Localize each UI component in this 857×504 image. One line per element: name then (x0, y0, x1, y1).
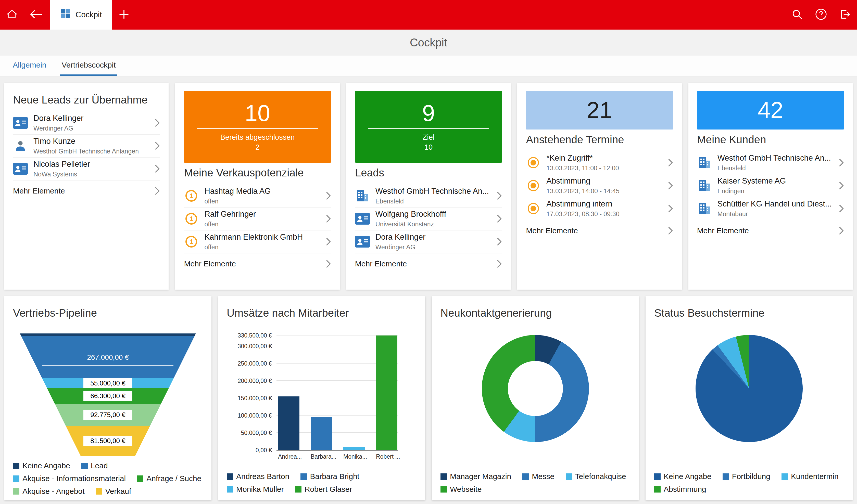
potential-state-icon: 1 (184, 236, 199, 247)
home-button[interactable] (0, 0, 24, 30)
list-item[interactable]: Abstimmung intern17.03.2023, 08:30 - 09:… (526, 197, 673, 220)
kpi-tile-verkaufspotenziale[interactable]: 10 Bereits abgeschlossen 2 (184, 91, 331, 163)
app-topbar: Cockpit (0, 0, 857, 30)
bar-chart: 330.500,00 €300.000,00 €250.000,00 €200.… (227, 336, 417, 460)
list-item[interactable]: Abstimmung13.03.2023, 14:00 - 14:45 (526, 174, 673, 197)
list-item[interactable]: Dora KellingerWerdinger AG (13, 112, 160, 135)
funnel-chart: 267.000,00 €55.000,00 €66.300,00 €92.775… (20, 333, 196, 456)
legend-swatch (301, 473, 307, 480)
tab-label: Cockpit (75, 10, 102, 19)
more-elements[interactable]: Mehr Elemente (697, 220, 844, 241)
list-item[interactable]: Kaiser Systeme AGEndingen (697, 174, 844, 197)
legend-item: Barbara Bright (301, 472, 359, 481)
more-elements[interactable]: Mehr Elemente (13, 180, 160, 202)
topbar-spacer (136, 0, 785, 30)
legend-item: Lead (81, 462, 108, 470)
more-elements-label: Mehr Elemente (184, 260, 236, 268)
legend-swatch (81, 463, 88, 469)
kpi-sub-label: Ziel (423, 132, 435, 142)
item-subtitle: Werdinger AG (33, 125, 149, 132)
kpi-sub-value: 2 (256, 142, 260, 152)
list-item[interactable]: Schüttler KG Handel und Diest...Montabau… (697, 197, 844, 220)
card-status-besuchstermine: Status Besuchstermine Keine AngabeFortbi… (645, 296, 853, 500)
svg-text:55.000,00 €: 55.000,00 € (90, 379, 125, 387)
legend-item: Fortbildung (723, 472, 770, 481)
item-subtitle: 13.03.2023, 14:00 - 14:45 (546, 187, 662, 195)
chevron-right-icon (668, 181, 673, 190)
logout-icon (839, 8, 851, 21)
help-button[interactable] (809, 0, 833, 30)
list-item[interactable]: Westhof GmbH Technische An...Ebensfeld (697, 152, 844, 174)
legend-item: Keine Angabe (13, 462, 70, 470)
more-elements[interactable]: Mehr Elemente (355, 254, 502, 274)
card-verkaufspotenziale: 10 Bereits abgeschlossen 2 Meine Verkaus… (175, 83, 339, 290)
legend-item: Andreas Barton (227, 472, 289, 481)
help-icon (815, 8, 827, 21)
list-item[interactable]: Dora KellingerWerdinger AG (355, 230, 502, 254)
legend-label: Akquise - Angebot (22, 487, 85, 496)
list-item[interactable]: *Kein Zugriff*13.03.2023, 11:00 - 12:00 (526, 152, 673, 174)
tab-vertriebscockpit[interactable]: Vertriebscockpit (60, 56, 117, 76)
legend-swatch (440, 486, 447, 492)
item-title: Kahrmann Elektronik GmbH (204, 232, 320, 242)
appointment-icon (526, 180, 541, 191)
open-tab-cockpit[interactable]: Cockpit (50, 0, 112, 30)
list-item[interactable]: 1Kahrmann Elektronik GmbHoffen (184, 230, 331, 254)
search-button[interactable] (785, 0, 809, 30)
y-axis-tick-label: 150.000,00 € (238, 395, 272, 401)
card-vertriebs-pipeline: Vertriebs-Pipeline 267.000,00 €55.000,00… (4, 296, 212, 500)
more-elements[interactable]: Mehr Elemente (184, 254, 331, 274)
tile-divider (197, 128, 318, 129)
legend-item: Abstimmung (654, 485, 706, 493)
list-item[interactable]: 1Hashtag Media AGoffen (184, 185, 331, 208)
chevron-right-icon (155, 165, 160, 173)
y-axis-tick-label: 50.000,00 € (241, 429, 272, 436)
chart-card-row: Vertriebs-Pipeline 267.000,00 €55.000,00… (0, 296, 857, 500)
logout-button[interactable] (833, 0, 857, 30)
chart-legend: Manager MagazinMesseTelefonakquiseWebsei… (440, 467, 630, 493)
legend-swatch (96, 488, 102, 494)
legend-item: Kundentermin (782, 472, 839, 481)
card-title: Leads (355, 167, 502, 179)
list-item[interactable]: Westhof GmbH Technische An...Ebensfeld (355, 185, 502, 208)
more-elements[interactable]: Mehr Elemente (526, 220, 673, 241)
more-elements-label: Mehr Elemente (526, 226, 578, 235)
kpi-tile-kunden[interactable]: 42 (697, 91, 844, 129)
y-axis-tick-label: 100.000,00 € (238, 412, 272, 419)
legend-swatch (566, 473, 572, 480)
card-list: *Kein Zugriff*13.03.2023, 11:00 - 12:00A… (526, 152, 673, 220)
add-tab-button[interactable] (112, 0, 136, 30)
legend-item: Messe (522, 472, 554, 481)
potential-state-icon: 1 (184, 190, 199, 202)
kpi-value: 21 (587, 98, 612, 122)
kpi-tile-leads[interactable]: 9 Ziel 10 (355, 91, 502, 163)
svg-text:267.000,00 €: 267.000,00 € (87, 353, 129, 361)
item-subtitle: Montabaur (718, 210, 833, 218)
legend-item: Akquise - Informationsmaterial (13, 474, 126, 483)
svg-text:66.300,00 €: 66.300,00 € (90, 392, 125, 400)
legend-swatch (440, 473, 447, 480)
list-item[interactable]: 1Ralf Gehringeroffen (184, 208, 331, 230)
kpi-tile-termine[interactable]: 21 (526, 91, 673, 129)
item-title: Dora Kellinger (375, 232, 491, 242)
chevron-right-icon (839, 159, 844, 167)
list-item[interactable]: Wolfgang BrockhofffUniversität Konstanz (355, 208, 502, 230)
svg-text:92.775,00 €: 92.775,00 € (90, 411, 125, 419)
item-title: Wolfgang Brockhofff (375, 210, 491, 219)
chevron-right-icon (497, 215, 502, 223)
y-axis-tick-label: 300.000,00 € (238, 343, 272, 349)
more-elements-label: Mehr Elemente (697, 226, 749, 235)
tab-allgemein[interactable]: Allgemein (11, 56, 48, 76)
item-title: Nicolas Pelletier (33, 160, 149, 169)
legend-label: Telefonakquise (575, 472, 626, 481)
kpi-value: 42 (758, 98, 783, 122)
chart-title: Status Besuchstermine (654, 307, 844, 319)
legend-swatch (13, 488, 19, 494)
company-icon (697, 156, 712, 169)
chevron-right-icon (839, 205, 844, 213)
y-axis-tick-label: 330.500,00 € (238, 332, 272, 339)
list-item[interactable]: Nicolas PelletierNoWa Systems (13, 158, 160, 180)
back-button[interactable] (24, 0, 48, 30)
list-item[interactable]: Timo KunzeWesthof GmbH Technische Anlang… (13, 135, 160, 158)
item-title: Westhof GmbH Technische An... (718, 154, 833, 163)
